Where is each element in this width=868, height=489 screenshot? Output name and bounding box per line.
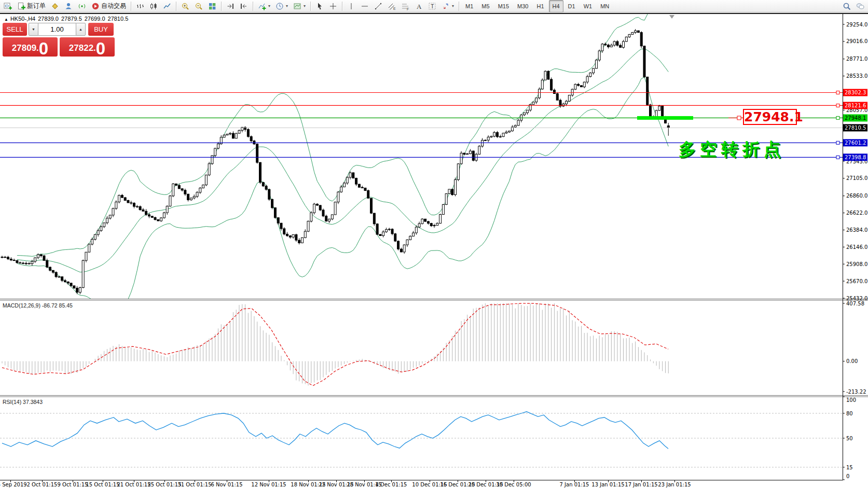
buy-button[interactable]: BUY (88, 23, 114, 36)
panel-expander-icon[interactable]: ▲ (4, 17, 8, 22)
hline-icon (361, 2, 369, 10)
template-icon (293, 2, 301, 10)
neworder-icon (17, 2, 25, 10)
zoomout-icon (195, 2, 203, 10)
profile-icon (51, 2, 59, 10)
crosshair-icon (329, 2, 337, 10)
svg-text:50: 50 (846, 436, 853, 441)
trendline-button[interactable] (372, 1, 384, 12)
svg-text:25670.0: 25670.0 (846, 278, 867, 284)
svg-text:25908.0: 25908.0 (846, 261, 867, 267)
indicators-button[interactable]: ▾ (256, 1, 272, 12)
bar-chart-button[interactable] (134, 1, 146, 12)
channel-icon: E (388, 2, 396, 10)
dropdown-caret-icon: ▾ (452, 4, 454, 8)
profiles-button[interactable] (49, 1, 61, 12)
autotrade-icon (91, 2, 100, 10)
periods-button[interactable]: ▾ (273, 1, 290, 12)
chart-area[interactable]: 29254.029016.028771.028533.028057.027343… (0, 0, 868, 489)
volume-increase-button[interactable]: ▲ (76, 23, 86, 36)
candlestick-chart-button[interactable] (147, 1, 160, 12)
chart-shift-button[interactable] (238, 1, 250, 12)
toolbar-separator (459, 2, 459, 11)
symbol-name: HK50-,H4 (10, 16, 35, 22)
toolbar-separator (176, 2, 176, 11)
svg-text:28121.6: 28121.6 (845, 103, 866, 108)
timeframe-button-w1[interactable]: W1 (580, 0, 596, 12)
search-button[interactable] (841, 1, 853, 12)
text-label-button[interactable]: T (426, 1, 438, 12)
rsi-indicator-label: RSI(14) 37.3843 (3, 399, 43, 405)
signals-button[interactable] (76, 1, 88, 12)
toolbar-separator (342, 2, 342, 11)
toolbar-separator (221, 2, 222, 11)
new-chart-button[interactable] (2, 1, 14, 12)
symbol-ohlc-line: ▲HK50-,H427839.027879.527699.027810.5 (4, 16, 131, 22)
timeframe-button-mn[interactable]: MN (597, 0, 613, 12)
svg-text:9 Oct 01:15: 9 Oct 01:15 (58, 482, 88, 487)
autotrading-button[interactable]: 自动交易 (89, 1, 128, 12)
svg-text:15: 15 (846, 465, 853, 470)
dropdown-caret-icon: ▾ (268, 4, 270, 8)
vline-icon (347, 2, 355, 10)
timeframe-button-m30[interactable]: M30 (514, 0, 532, 12)
svg-text:7 Jan 01:15: 7 Jan 01:15 (560, 482, 589, 487)
time-axis[interactable]: 25 Sep 20192 Oct 01:159 Oct 01:1515 Oct … (0, 480, 691, 487)
chat-icon (856, 2, 864, 10)
tile-windows-button[interactable] (206, 1, 218, 12)
search-icon (843, 2, 851, 10)
arrows-button[interactable]: ▾ (439, 1, 456, 12)
timeframe-button-m5[interactable]: M5 (478, 0, 493, 12)
svg-text:25 Oct 01:15: 25 Oct 01:15 (147, 482, 181, 487)
indicators-icon (258, 2, 266, 10)
svg-text:29016.0: 29016.0 (846, 38, 867, 44)
volume-decrease-button[interactable]: ▼ (29, 23, 38, 36)
shiftchart-icon (240, 2, 248, 10)
channel-button[interactable]: E (385, 1, 398, 12)
line-chart-button[interactable] (161, 1, 173, 12)
timeframe-button-d1[interactable]: D1 (564, 0, 579, 12)
timeframe-button-m15[interactable]: M15 (494, 0, 513, 12)
highlight-segment[interactable] (637, 116, 693, 120)
svg-text:80: 80 (846, 411, 853, 416)
cursor-button[interactable] (313, 1, 326, 12)
svg-text:-213.22: -213.22 (846, 389, 866, 395)
svg-text:31 Oct 01:15: 31 Oct 01:15 (177, 482, 211, 487)
vertical-line-button[interactable] (345, 1, 357, 12)
svg-text:27810.5: 27810.5 (845, 125, 866, 131)
sell-price-tile[interactable]: 27809.0 (3, 37, 58, 57)
timeframe-button-h1[interactable]: H1 (533, 0, 547, 12)
sell-button[interactable]: SELL (3, 23, 27, 36)
chat-button[interactable] (854, 1, 866, 12)
svg-text:26622.0: 26622.0 (846, 210, 867, 216)
templates-button[interactable]: ▾ (291, 1, 308, 12)
svg-text:6 Nov 01:15: 6 Nov 01:15 (211, 482, 242, 487)
svg-text:407.58: 407.58 (846, 301, 864, 306)
new-order-button[interactable]: 新订单 (15, 1, 48, 12)
zoom-in-button[interactable] (179, 1, 191, 12)
buy-price-decimal: 0 (96, 41, 105, 56)
svg-text:21 Oct 01:15: 21 Oct 01:15 (117, 482, 150, 487)
svg-text:26860.0: 26860.0 (846, 193, 867, 199)
volume-input[interactable]: 1.00 (38, 23, 76, 36)
timeframe-button-h4[interactable]: H4 (549, 0, 563, 12)
toolbar: 新订单自动交易▾▾▾EFAT▾M1M5M15M30H1H4D1W1MN (0, 0, 868, 12)
text-button[interactable]: A (412, 1, 425, 12)
sell-price-main: 27809 (12, 43, 36, 56)
auto-scroll-button[interactable] (224, 1, 237, 12)
zoomin-icon (181, 2, 189, 10)
zoom-out-button[interactable] (192, 1, 205, 12)
community-button[interactable] (62, 1, 75, 12)
svg-text:30 Dec 05:00: 30 Dec 05:00 (496, 482, 531, 487)
svg-text:25 Sep 2019: 25 Sep 2019 (0, 482, 27, 487)
new-order-button-label: 新订单 (27, 2, 46, 10)
svg-text:28533.0: 28533.0 (846, 73, 867, 79)
svg-text:28302.3: 28302.3 (845, 90, 866, 95)
crosshair-button[interactable] (327, 1, 339, 12)
timeframe-button-m1[interactable]: M1 (462, 0, 477, 12)
turning-point-annotation[interactable]: 多空转折点 (679, 138, 785, 161)
price-callout-label[interactable]: 27948.1 (743, 109, 797, 125)
fibonacci-button[interactable]: F (399, 1, 411, 12)
buy-price-tile[interactable]: 27822.0 (60, 37, 115, 57)
horizontal-line-button[interactable] (359, 1, 371, 12)
